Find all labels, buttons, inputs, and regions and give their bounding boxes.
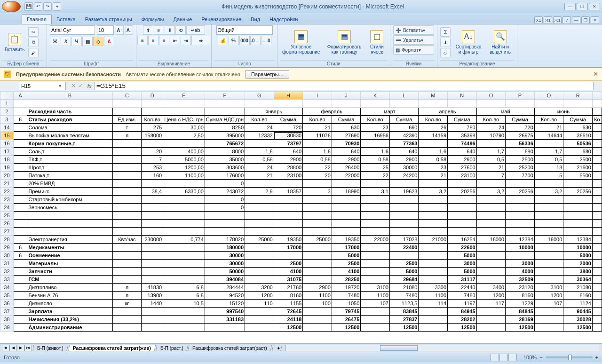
zoom-level[interactable]: 100%	[523, 355, 537, 360]
col-header[interactable]: L	[389, 92, 419, 100]
align-center-icon[interactable]: ≡	[148, 36, 158, 45]
row-header[interactable]: 14	[0, 124, 14, 132]
insert-cells-button[interactable]: ➕ Вставить ▾	[393, 25, 434, 35]
row-header[interactable]: 39	[0, 324, 14, 332]
name-box[interactable]: H15▾	[19, 82, 66, 90]
align-right-icon[interactable]: ≡	[159, 36, 169, 45]
col-header[interactable]: P	[506, 92, 535, 100]
row-header[interactable]: 15	[0, 132, 14, 140]
col-header[interactable]: R	[563, 92, 593, 100]
tab-review[interactable]: Рецензирование	[197, 15, 246, 24]
qat-dropdown-icon[interactable]: ▾	[53, 2, 61, 11]
sheet-tab[interactable]: Расшифровка статей затрат(раст)	[188, 345, 272, 351]
col-header[interactable]: F	[205, 92, 245, 100]
row-header[interactable]: 28	[0, 236, 14, 244]
col-header[interactable]: B	[27, 92, 112, 100]
fill-icon[interactable]: ⬇	[440, 38, 451, 47]
currency-icon[interactable]: 💰	[218, 36, 228, 45]
col-header[interactable]: K	[361, 92, 390, 100]
col-header[interactable]: I	[303, 92, 332, 100]
sort-filter-button[interactable]: A↓Сортировка и фильтр	[452, 29, 484, 55]
merge-center-icon[interactable]: ⬌	[191, 36, 210, 45]
increase-decimal-icon[interactable]: .0→	[250, 36, 261, 45]
zoom-out-icon[interactable]: −	[539, 355, 542, 360]
cut-icon[interactable]: ✂	[28, 27, 39, 37]
row-header[interactable]: 34	[0, 284, 14, 292]
row-header[interactable]: 16	[0, 140, 14, 148]
row-header[interactable]: 37	[0, 308, 14, 316]
align-top-icon[interactable]: ⬆	[143, 25, 153, 35]
restore-window-icon[interactable]: ❐	[581, 16, 590, 24]
col-header[interactable]: N	[448, 92, 477, 100]
row-header[interactable]: 27	[0, 228, 14, 236]
col-header[interactable]: D	[142, 92, 163, 100]
row-header[interactable]: 22	[0, 188, 14, 196]
row-header[interactable]: 1	[0, 100, 14, 108]
col-header[interactable]: G	[245, 92, 274, 100]
row-header[interactable]: 35	[0, 292, 14, 300]
shrink-font-icon[interactable]: A↓	[126, 25, 134, 35]
row-header[interactable]: 31	[0, 260, 14, 268]
number-format-select[interactable]	[216, 25, 273, 35]
row-header[interactable]: 36	[0, 300, 14, 308]
orientation-icon[interactable]: ⟲	[175, 25, 186, 35]
row-header[interactable]: 21	[0, 180, 14, 188]
row-header[interactable]: 38	[0, 316, 14, 324]
col-header[interactable]: Q	[534, 92, 563, 100]
font-color-button[interactable]: A	[104, 37, 114, 46]
office-button[interactable]	[2, 1, 21, 12]
redo-icon[interactable]: ↷	[43, 2, 52, 11]
select-all[interactable]	[0, 92, 14, 100]
row-header[interactable]: 25	[0, 212, 14, 220]
new-sheet-icon[interactable]: ✦	[272, 345, 283, 351]
normal-view-icon[interactable]	[491, 354, 499, 361]
col-header[interactable]: E	[163, 92, 205, 100]
next-sheet-icon[interactable]: ▶	[17, 345, 24, 351]
namebox-dropdown-icon[interactable]: ▾	[57, 83, 63, 89]
row-header[interactable]: 18	[0, 156, 14, 164]
sheet-tab[interactable]: Расшифровка статей затрат(жив)	[68, 345, 156, 351]
fx-button[interactable]: fx	[85, 83, 94, 89]
align-left-icon[interactable]: ≡	[137, 36, 148, 45]
grow-font-icon[interactable]: A↑	[116, 25, 124, 35]
enter-formula-icon[interactable]: ✓	[79, 83, 83, 89]
italic-button[interactable]: К	[61, 37, 71, 46]
format-painter-icon[interactable]: 🖌	[28, 48, 39, 57]
autosum-icon[interactable]: Σ	[440, 27, 451, 37]
tab-view[interactable]: Вид	[246, 15, 265, 24]
decrease-indent-icon[interactable]: ⇤	[170, 36, 180, 45]
col-header[interactable]: J	[332, 92, 361, 100]
tab-home[interactable]: Главная	[22, 14, 52, 24]
formula-input[interactable]	[94, 82, 594, 90]
clear-icon[interactable]: ◇	[440, 48, 451, 57]
zoom-in-icon[interactable]: +	[595, 355, 598, 360]
row-header[interactable]: 30	[0, 252, 14, 260]
col-header[interactable]: H	[274, 92, 303, 100]
zoom-slider[interactable]	[546, 356, 593, 358]
tab-addins[interactable]: Надстройки	[265, 15, 302, 24]
align-middle-icon[interactable]: ≡	[154, 25, 164, 35]
first-sheet-icon[interactable]: ⏮	[2, 345, 9, 351]
tab-data[interactable]: Данные	[168, 15, 197, 24]
border-button[interactable]: ▦	[82, 37, 93, 46]
horizontal-scrollbar[interactable]	[285, 345, 600, 351]
paste-button[interactable]: 📋Вставить	[3, 32, 26, 53]
help-ya-icon[interactable]: Я1	[544, 16, 552, 24]
comma-icon[interactable]: 000	[239, 36, 250, 45]
bold-button[interactable]: Ж	[50, 37, 60, 46]
align-bottom-icon[interactable]: ⬇	[165, 25, 175, 35]
row-header[interactable]: 24	[0, 204, 14, 212]
tab-formulas[interactable]: Формулы	[137, 15, 169, 24]
font-size-select[interactable]	[97, 25, 114, 35]
page-layout-view-icon[interactable]	[499, 354, 508, 361]
decrease-decimal-icon[interactable]: ←.0	[261, 36, 271, 45]
help-icon[interactable]: ?	[562, 16, 571, 24]
close-workbook-icon[interactable]: ✕	[591, 16, 599, 24]
delete-cells-button[interactable]: ➖ Удалить ▾	[393, 35, 434, 45]
cell-styles-button[interactable]: ◫Стили ячеек	[367, 29, 387, 55]
security-close-icon[interactable]: ✕	[593, 71, 598, 78]
prev-sheet-icon[interactable]: ◀	[9, 345, 17, 351]
sheet-tab[interactable]: Б-П (живот.)	[32, 345, 69, 351]
format-cells-button[interactable]: ▦ Формат ▾	[393, 45, 434, 55]
minimize-button[interactable]: —	[564, 3, 576, 10]
